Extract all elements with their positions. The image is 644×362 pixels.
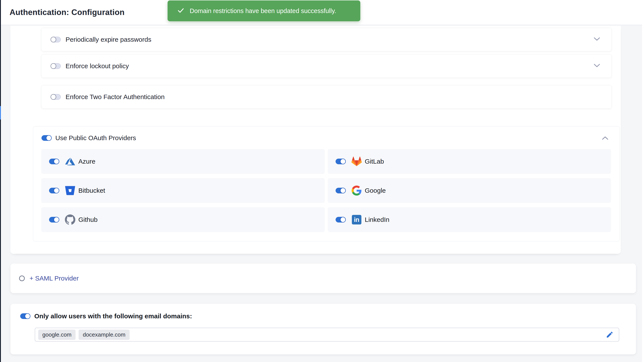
toggle-lockout-policy[interactable] (50, 63, 61, 69)
toggle-email-domains[interactable] (20, 313, 30, 319)
add-saml-provider-link[interactable]: + SAML Provider (30, 275, 78, 282)
toggle-azure[interactable] (49, 159, 59, 164)
provider-row-linkedin: in LinkedIn (328, 207, 611, 232)
provider-row-bitbucket: Bitbucket (41, 178, 325, 203)
provider-name: Github (78, 216, 98, 223)
oauth-section-label: Use Public OAuth Providers (55, 126, 136, 149)
provider-row-azure: Azure (41, 149, 325, 174)
toggle-knob (54, 159, 59, 164)
saml-provider-card: + SAML Provider (10, 264, 636, 293)
provider-name: Bitbucket (78, 187, 105, 194)
toggle-bitbucket[interactable] (49, 188, 59, 193)
toggle-knob (46, 135, 52, 141)
toggle-knob (50, 63, 56, 69)
chevron-down-icon[interactable] (594, 64, 600, 68)
toggle-google[interactable] (336, 188, 346, 193)
provider-name: LinkedIn (365, 216, 390, 223)
setting-label: Enforce Two Factor Authentication (66, 93, 164, 101)
toggle-knob (50, 37, 56, 42)
email-domains-input[interactable]: google.com docexample.com (35, 328, 619, 341)
check-icon (177, 7, 184, 15)
email-domains-label: Only allow users with the following emai… (34, 312, 192, 320)
toggle-github[interactable] (49, 217, 59, 223)
edit-pencil-icon[interactable] (605, 330, 614, 339)
page-title: Authentication: Configuration (10, 0, 124, 25)
domain-tag: google.com (38, 330, 76, 340)
collapsed-sidebar-edge[interactable] (0, 0, 1, 362)
setting-label: Periodically expire passwords (66, 36, 151, 43)
toggle-two-factor[interactable] (50, 94, 61, 100)
toggle-linkedin[interactable] (336, 217, 346, 223)
setting-row-two-factor[interactable]: Enforce Two Factor Authentication (41, 85, 612, 109)
domain-tag: docexample.com (78, 330, 130, 340)
linkedin-icon: in (352, 215, 362, 225)
chevron-up-icon[interactable] (602, 136, 608, 141)
toggle-knob (340, 188, 346, 193)
setting-row-lockout-policy[interactable]: Enforce lockout policy (41, 54, 612, 78)
security-settings-panel: Periodically expire passwords Enforce lo… (10, 26, 621, 254)
email-domains-card: Only allow users with the following emai… (10, 304, 636, 354)
toggle-expire-passwords[interactable] (50, 37, 61, 42)
google-icon (352, 185, 362, 196)
provider-row-gitlab: GitLab (328, 149, 611, 174)
toast-message: Domain restrictions have been updated su… (190, 8, 336, 15)
github-icon (65, 215, 75, 225)
oauth-provider-grid: Azure G (41, 149, 611, 232)
toggle-knob (340, 159, 346, 164)
setting-row-expire-passwords[interactable]: Periodically expire passwords (41, 28, 612, 51)
provider-name: Azure (78, 158, 95, 165)
oauth-section: Use Public OAuth Providers Azure (33, 126, 620, 241)
toggle-oauth-providers[interactable] (42, 135, 52, 141)
oauth-header: Use Public OAuth Providers (33, 126, 620, 149)
gitlab-icon (352, 156, 362, 167)
toggle-gitlab[interactable] (336, 159, 346, 164)
toggle-knob (25, 313, 30, 319)
setting-label: Enforce lockout policy (66, 62, 129, 70)
scrollbar-track[interactable] (642, 0, 644, 362)
azure-icon (65, 156, 75, 167)
toggle-knob (54, 217, 59, 223)
success-toast[interactable]: Domain restrictions have been updated su… (168, 1, 360, 21)
bitbucket-icon (65, 185, 75, 196)
saml-radio[interactable] (19, 276, 25, 281)
toggle-knob (340, 217, 346, 223)
provider-name: GitLab (365, 158, 384, 165)
toggle-knob (50, 94, 56, 100)
provider-name: Google (365, 187, 386, 194)
sidebar-active-indicator (0, 106, 1, 119)
toggle-knob (54, 188, 59, 193)
page-root: Authentication: Configuration Domain res… (0, 0, 644, 362)
provider-row-google: Google (328, 178, 611, 203)
provider-row-github: Github (41, 207, 325, 232)
chevron-down-icon[interactable] (594, 37, 600, 42)
